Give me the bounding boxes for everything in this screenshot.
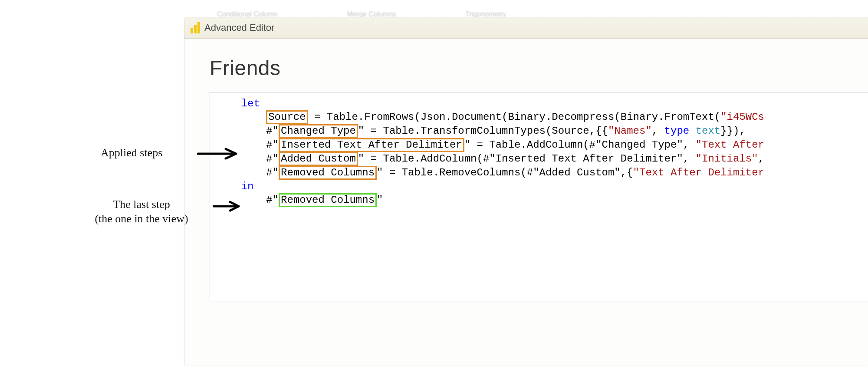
window-title: Advanced Editor [204,22,274,33]
code-editor[interactable]: let Source = Table.FromRows(Json.Documen… [210,92,868,301]
powerbi-icon [191,22,200,33]
query-name-heading: Friends [210,56,868,80]
svg-rect-1 [194,25,197,33]
step-inserted-text-after-delimiter: Inserted Text After Delimiter [279,138,464,152]
result-step: Removed Columns [279,193,377,207]
annotation-applied-steps: Applied steps [101,146,162,160]
svg-rect-2 [197,22,200,33]
advanced-editor-window: Advanced Editor Friends let Source = Tab… [184,17,868,365]
mquery-code[interactable]: let Source = Table.FromRows(Json.Documen… [216,97,862,207]
keyword-let: let [241,98,260,109]
step-source: Source [266,110,308,124]
step-changed-type: Changed Type [279,124,358,138]
titlebar: Advanced Editor [184,17,868,39]
svg-rect-0 [191,28,193,33]
step-added-custom: Added Custom [279,152,358,166]
step-removed-columns: Removed Columns [279,166,377,180]
keyword-in: in [241,181,254,192]
